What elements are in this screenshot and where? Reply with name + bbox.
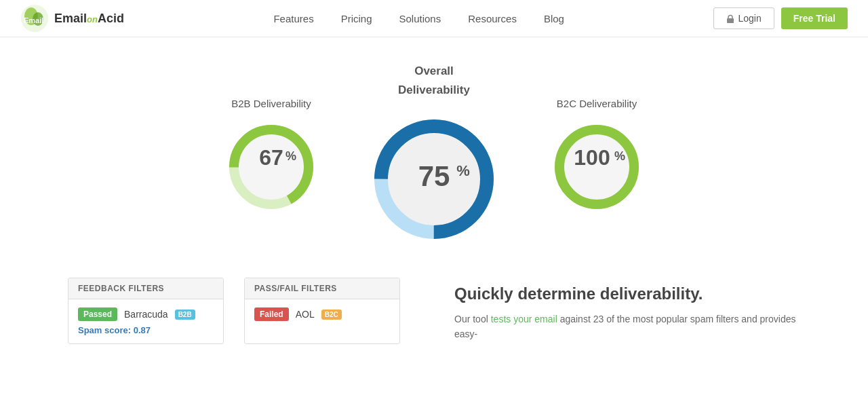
svg-rect-4 xyxy=(727,18,734,23)
b2c-value: 100 xyxy=(574,145,610,170)
logo[interactable]: Email EmailonAcid xyxy=(20,4,124,33)
b2c-label: B2C Deliverability xyxy=(557,98,637,109)
b2b-tag: B2B xyxy=(175,310,195,320)
logo-icon: Email xyxy=(20,4,49,33)
filter-name-aol: AOL xyxy=(296,309,315,320)
navbar: Email EmailonAcid Features Pricing Solut… xyxy=(0,0,868,37)
feedback-filters-header: FEEDBACK FILTERS xyxy=(68,278,223,299)
svg-text:Email: Email xyxy=(24,16,43,24)
b2b-donut: 67 % xyxy=(220,116,322,218)
pass-fail-filters-header: PASS/FAIL FILTERS xyxy=(245,278,399,299)
b2c-gauge: B2C Deliverability 100 % xyxy=(546,98,648,218)
b2b-value: 67 xyxy=(259,145,283,170)
right-text: Our tool tests your email against 23 of … xyxy=(454,312,800,342)
tests-your-email-link[interactable]: tests your email xyxy=(491,314,557,324)
overall-title: Overall xyxy=(398,64,470,78)
failed-badge: Failed xyxy=(254,307,289,321)
overall-value: 75 xyxy=(418,160,450,192)
pass-fail-filters-body: Failed AOL B2C xyxy=(245,299,399,333)
feedback-filters-body: Passed Barracuda B2B Spam score: 0.87 xyxy=(68,299,223,343)
b2c-tag: B2C xyxy=(321,310,342,320)
login-button[interactable]: Login xyxy=(713,7,774,29)
nav-features[interactable]: Features xyxy=(273,13,313,24)
overall-sup: % xyxy=(456,162,470,179)
nav-blog[interactable]: Blog xyxy=(544,13,564,24)
gauge-section: B2B Deliverability 67 % Overall Delivera… xyxy=(0,58,868,271)
logo-text: EmailonAcid xyxy=(54,12,124,26)
b2c-donut: 100 % xyxy=(546,116,648,218)
pass-fail-filters-card: PASS/FAIL FILTERS Failed AOL B2C xyxy=(244,278,400,344)
bottom-section: FEEDBACK FILTERS Passed Barracuda B2B Sp… xyxy=(0,278,868,344)
overall-gauge: Overall Deliverability 75 % xyxy=(363,64,505,250)
passed-badge: Passed xyxy=(78,307,117,321)
right-title: Quickly determine deliverability. xyxy=(454,284,800,303)
spam-score: Spam score: 0.87 xyxy=(78,325,214,335)
nav-actions: Login Free Trial xyxy=(713,7,848,29)
b2b-sup: % xyxy=(285,149,296,163)
feedback-filter-row: Passed Barracuda B2B xyxy=(78,307,214,321)
nav-resources[interactable]: Resources xyxy=(468,13,517,24)
nav-pricing[interactable]: Pricing xyxy=(341,13,372,24)
b2b-label: B2B Deliverability xyxy=(231,98,311,109)
free-trial-button[interactable]: Free Trial xyxy=(781,7,848,29)
b2c-sup: % xyxy=(614,149,625,163)
overall-donut: 75 % xyxy=(363,108,505,250)
nav-solutions[interactable]: Solutions xyxy=(399,13,441,24)
main-content: B2B Deliverability 67 % Overall Delivera… xyxy=(0,37,868,358)
feedback-filters-card: FEEDBACK FILTERS Passed Barracuda B2B Sp… xyxy=(68,278,224,344)
overall-subtitle: Deliverability xyxy=(398,83,470,97)
filter-name-barracuda: Barracuda xyxy=(124,309,168,320)
b2b-gauge: B2B Deliverability 67 % xyxy=(220,98,322,218)
pass-fail-filter-row: Failed AOL B2C xyxy=(254,307,390,321)
right-content: Quickly determine deliverability. Our to… xyxy=(420,278,800,344)
nav-links: Features Pricing Solutions Resources Blo… xyxy=(273,13,564,24)
lock-icon xyxy=(726,14,734,23)
